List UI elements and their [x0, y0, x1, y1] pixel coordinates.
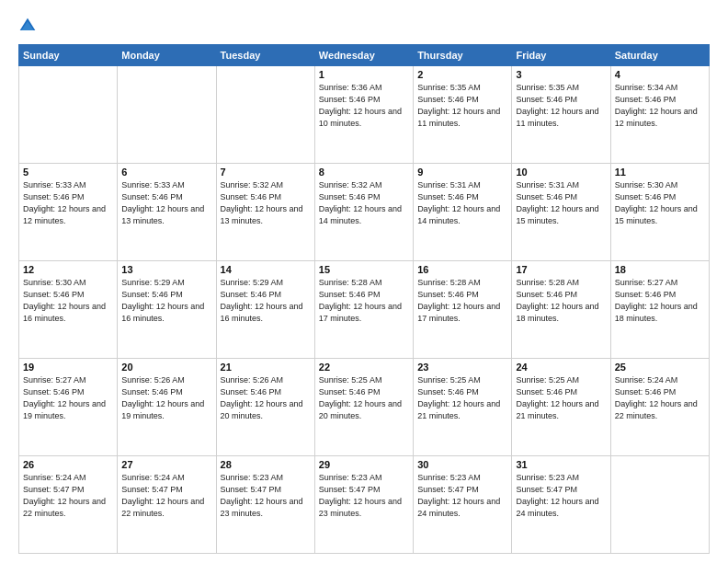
day-number: 21 — [221, 362, 311, 373]
day-info: Sunrise: 5:33 AM Sunset: 5:46 PM Dayligh… — [23, 179, 113, 227]
day-number: 28 — [221, 459, 311, 470]
logo — [18, 17, 40, 35]
day-info: Sunrise: 5:35 AM Sunset: 5:46 PM Dayligh… — [516, 82, 606, 130]
day-info: Sunrise: 5:23 AM Sunset: 5:47 PM Dayligh… — [516, 472, 606, 520]
day-info: Sunrise: 5:35 AM Sunset: 5:46 PM Dayligh… — [417, 82, 507, 130]
day-number: 15 — [319, 264, 409, 275]
calendar-cell: 18Sunrise: 5:27 AM Sunset: 5:46 PM Dayli… — [610, 261, 709, 359]
page: SundayMondayTuesdayWednesdayThursdayFrid… — [0, 0, 728, 563]
calendar-cell: 5Sunrise: 5:33 AM Sunset: 5:46 PM Daylig… — [19, 164, 118, 261]
day-info: Sunrise: 5:23 AM Sunset: 5:47 PM Dayligh… — [417, 472, 507, 520]
day-number: 17 — [516, 264, 606, 275]
calendar-cell: 14Sunrise: 5:29 AM Sunset: 5:46 PM Dayli… — [216, 261, 314, 359]
calendar-cell: 6Sunrise: 5:33 AM Sunset: 5:46 PM Daylig… — [118, 164, 216, 261]
day-info: Sunrise: 5:24 AM Sunset: 5:47 PM Dayligh… — [23, 472, 113, 520]
calendar-cell: 26Sunrise: 5:24 AM Sunset: 5:47 PM Dayli… — [19, 456, 118, 554]
day-number: 10 — [516, 167, 606, 178]
day-info: Sunrise: 5:27 AM Sunset: 5:46 PM Dayligh… — [23, 374, 113, 422]
day-info: Sunrise: 5:27 AM Sunset: 5:46 PM Dayligh… — [615, 277, 705, 325]
calendar-cell: 9Sunrise: 5:31 AM Sunset: 5:46 PM Daylig… — [414, 164, 512, 261]
calendar-cell: 2Sunrise: 5:35 AM Sunset: 5:46 PM Daylig… — [414, 66, 512, 164]
day-info: Sunrise: 5:28 AM Sunset: 5:46 PM Dayligh… — [417, 277, 507, 325]
day-number: 14 — [221, 264, 311, 275]
calendar-header: SundayMondayTuesdayWednesdayThursdayFrid… — [19, 45, 710, 66]
calendar-cell: 31Sunrise: 5:23 AM Sunset: 5:47 PM Dayli… — [512, 456, 610, 554]
day-info: Sunrise: 5:24 AM Sunset: 5:47 PM Dayligh… — [121, 472, 211, 520]
calendar-cell: 25Sunrise: 5:24 AM Sunset: 5:46 PM Dayli… — [610, 359, 709, 456]
calendar-cell: 11Sunrise: 5:30 AM Sunset: 5:46 PM Dayli… — [610, 164, 709, 261]
day-info: Sunrise: 5:30 AM Sunset: 5:46 PM Dayligh… — [615, 179, 705, 227]
calendar-cell: 20Sunrise: 5:26 AM Sunset: 5:46 PM Dayli… — [118, 359, 216, 456]
calendar-cell: 3Sunrise: 5:35 AM Sunset: 5:46 PM Daylig… — [512, 66, 610, 164]
day-number: 31 — [516, 459, 606, 470]
calendar-cell: 12Sunrise: 5:30 AM Sunset: 5:46 PM Dayli… — [19, 261, 118, 359]
calendar-cell: 21Sunrise: 5:26 AM Sunset: 5:46 PM Dayli… — [216, 359, 314, 456]
day-info: Sunrise: 5:24 AM Sunset: 5:46 PM Dayligh… — [615, 374, 705, 422]
day-number: 18 — [615, 264, 705, 275]
weekday-header-wednesday: Wednesday — [314, 45, 413, 66]
day-info: Sunrise: 5:29 AM Sunset: 5:46 PM Dayligh… — [121, 277, 211, 325]
calendar-cell: 15Sunrise: 5:28 AM Sunset: 5:46 PM Dayli… — [314, 261, 413, 359]
day-number: 13 — [121, 264, 211, 275]
day-info: Sunrise: 5:25 AM Sunset: 5:46 PM Dayligh… — [417, 374, 507, 422]
day-number: 27 — [121, 459, 211, 470]
day-number: 23 — [417, 362, 507, 373]
day-info: Sunrise: 5:25 AM Sunset: 5:46 PM Dayligh… — [319, 374, 409, 422]
weekday-header-monday: Monday — [118, 45, 216, 66]
week-row-1: 1Sunrise: 5:36 AM Sunset: 5:46 PM Daylig… — [19, 66, 710, 164]
weekday-header-friday: Friday — [512, 45, 610, 66]
day-info: Sunrise: 5:29 AM Sunset: 5:46 PM Dayligh… — [221, 277, 311, 325]
calendar-cell: 22Sunrise: 5:25 AM Sunset: 5:46 PM Dayli… — [314, 359, 413, 456]
day-info: Sunrise: 5:31 AM Sunset: 5:46 PM Dayligh… — [516, 179, 606, 227]
day-info: Sunrise: 5:30 AM Sunset: 5:46 PM Dayligh… — [23, 277, 113, 325]
day-info: Sunrise: 5:26 AM Sunset: 5:46 PM Dayligh… — [221, 374, 311, 422]
day-number: 5 — [23, 167, 113, 178]
calendar-cell: 10Sunrise: 5:31 AM Sunset: 5:46 PM Dayli… — [512, 164, 610, 261]
day-number: 24 — [516, 362, 606, 373]
calendar-cell: 23Sunrise: 5:25 AM Sunset: 5:46 PM Dayli… — [414, 359, 512, 456]
calendar-cell — [610, 456, 709, 554]
day-info: Sunrise: 5:23 AM Sunset: 5:47 PM Dayligh… — [221, 472, 311, 520]
calendar-cell: 19Sunrise: 5:27 AM Sunset: 5:46 PM Dayli… — [19, 359, 118, 456]
weekday-header-row: SundayMondayTuesdayWednesdayThursdayFrid… — [19, 45, 710, 66]
calendar-cell — [118, 66, 216, 164]
day-info: Sunrise: 5:28 AM Sunset: 5:46 PM Dayligh… — [319, 277, 409, 325]
header — [18, 17, 710, 35]
day-info: Sunrise: 5:25 AM Sunset: 5:46 PM Dayligh… — [516, 374, 606, 422]
day-number: 30 — [417, 459, 507, 470]
day-number: 25 — [615, 362, 705, 373]
calendar-cell: 27Sunrise: 5:24 AM Sunset: 5:47 PM Dayli… — [118, 456, 216, 554]
weekday-header-tuesday: Tuesday — [216, 45, 314, 66]
day-number: 4 — [615, 69, 705, 80]
day-number: 11 — [615, 167, 705, 178]
day-info: Sunrise: 5:28 AM Sunset: 5:46 PM Dayligh… — [516, 277, 606, 325]
day-info: Sunrise: 5:23 AM Sunset: 5:47 PM Dayligh… — [319, 472, 409, 520]
weekday-header-sunday: Sunday — [19, 45, 118, 66]
week-row-4: 19Sunrise: 5:27 AM Sunset: 5:46 PM Dayli… — [19, 359, 710, 456]
day-number: 12 — [23, 264, 113, 275]
calendar-cell: 13Sunrise: 5:29 AM Sunset: 5:46 PM Dayli… — [118, 261, 216, 359]
day-number: 7 — [221, 167, 311, 178]
week-row-5: 26Sunrise: 5:24 AM Sunset: 5:47 PM Dayli… — [19, 456, 710, 554]
weekday-header-thursday: Thursday — [414, 45, 512, 66]
calendar-cell: 17Sunrise: 5:28 AM Sunset: 5:46 PM Dayli… — [512, 261, 610, 359]
day-number: 2 — [417, 69, 507, 80]
calendar-cell: 4Sunrise: 5:34 AM Sunset: 5:46 PM Daylig… — [610, 66, 709, 164]
calendar-cell: 28Sunrise: 5:23 AM Sunset: 5:47 PM Dayli… — [216, 456, 314, 554]
day-info: Sunrise: 5:36 AM Sunset: 5:46 PM Dayligh… — [319, 82, 409, 130]
day-number: 20 — [121, 362, 211, 373]
day-info: Sunrise: 5:34 AM Sunset: 5:46 PM Dayligh… — [615, 82, 705, 130]
day-number: 8 — [319, 167, 409, 178]
calendar-cell: 8Sunrise: 5:32 AM Sunset: 5:46 PM Daylig… — [314, 164, 413, 261]
week-row-3: 12Sunrise: 5:30 AM Sunset: 5:46 PM Dayli… — [19, 261, 710, 359]
day-number: 9 — [417, 167, 507, 178]
day-number: 16 — [417, 264, 507, 275]
calendar-table: SundayMondayTuesdayWednesdayThursdayFrid… — [18, 44, 710, 554]
day-number: 19 — [23, 362, 113, 373]
logo-icon — [18, 17, 37, 35]
calendar-cell: 7Sunrise: 5:32 AM Sunset: 5:46 PM Daylig… — [216, 164, 314, 261]
day-number: 29 — [319, 459, 409, 470]
day-info: Sunrise: 5:26 AM Sunset: 5:46 PM Dayligh… — [121, 374, 211, 422]
calendar-cell: 16Sunrise: 5:28 AM Sunset: 5:46 PM Dayli… — [414, 261, 512, 359]
weekday-header-saturday: Saturday — [610, 45, 709, 66]
